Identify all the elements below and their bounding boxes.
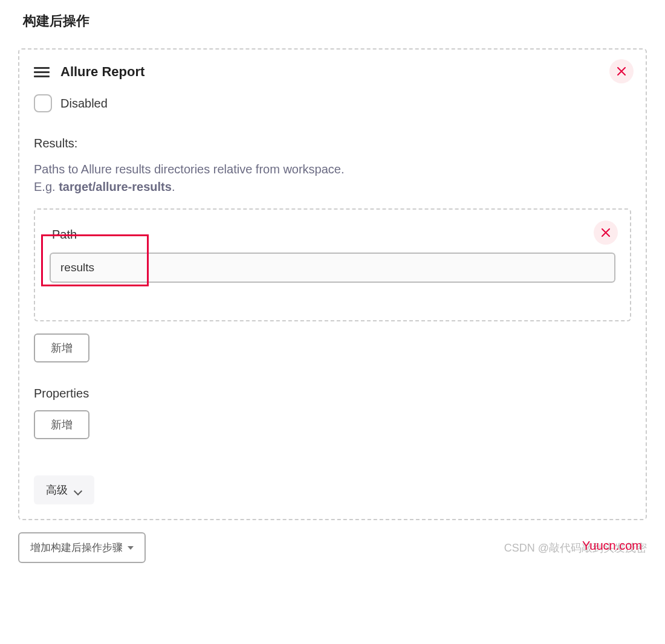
drag-handle-icon[interactable] (34, 67, 50, 77)
close-icon (602, 228, 610, 237)
results-label: Results: (34, 137, 631, 150)
results-example: E.g. target/allure-results. (34, 180, 631, 194)
add-post-build-step-button[interactable]: 增加构建后操作步骤 (18, 532, 146, 563)
caret-down-icon (128, 546, 134, 550)
add-path-button[interactable]: 新增 (34, 333, 89, 362)
remove-panel-button[interactable] (609, 59, 634, 83)
add-property-button[interactable]: 新增 (34, 410, 89, 439)
close-icon (617, 67, 626, 76)
disabled-checkbox[interactable] (34, 94, 52, 112)
path-input[interactable] (50, 253, 615, 283)
advanced-button-label: 高级 (46, 483, 68, 497)
advanced-button[interactable]: 高级 (34, 475, 94, 504)
source-watermark: Yuucn.com (582, 539, 642, 553)
panel-title: Allure Report (60, 64, 144, 80)
path-label: Path (52, 228, 615, 242)
results-description: Paths to Allure results directories rela… (34, 163, 631, 176)
panel-header: Allure Report (34, 64, 631, 80)
remove-path-button[interactable] (594, 221, 618, 245)
properties-label: Properties (34, 387, 631, 401)
chevron-down-icon (74, 486, 82, 494)
disabled-label: Disabled (60, 97, 108, 111)
disabled-row: Disabled (34, 94, 631, 112)
allure-report-panel: Allure Report Disabled Results: Paths to… (18, 48, 647, 520)
add-step-label: 增加构建后操作步骤 (30, 541, 123, 555)
path-entry-panel: Path (34, 208, 631, 321)
section-title: 构建后操作 (23, 12, 647, 30)
